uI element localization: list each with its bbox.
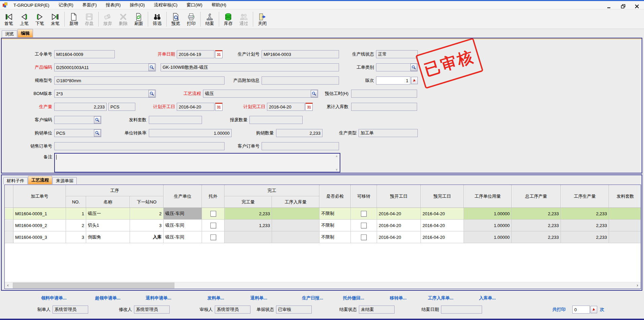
outsourced-checkbox[interactable] <box>210 211 216 217</box>
outsourced-checkbox[interactable] <box>210 234 216 240</box>
product-name-input[interactable] <box>161 63 339 71</box>
toolbar-button-新增[interactable]: 新增 <box>66 10 81 28</box>
revision-spinner-icon[interactable] <box>411 77 418 84</box>
scrap-qty-input[interactable] <box>249 116 303 124</box>
customer-order-no-input[interactable] <box>262 142 339 150</box>
product-code-input[interactable] <box>54 63 156 71</box>
prod-type-input[interactable] <box>359 129 418 137</box>
spec-model-input[interactable] <box>54 76 225 85</box>
footer-link-超领申请单[interactable]: 超领申请单... <box>95 295 121 301</box>
cell-可移转[interactable] <box>351 208 377 220</box>
row-selector[interactable] <box>5 208 13 220</box>
cell-完工量[interactable]: 2,233 <box>225 208 272 220</box>
cell-预开工日[interactable]: 2016-04-20 <box>377 231 421 243</box>
row-selector[interactable] <box>5 220 13 231</box>
cell-预完工日[interactable]: 2016-04-20 <box>421 208 464 220</box>
cell-下一站NO[interactable]: 2 <box>130 208 164 220</box>
minimize-icon[interactable] <box>607 4 612 9</box>
cell-名称[interactable]: 锻压一 <box>86 208 130 220</box>
scrollbar-thumb[interactable] <box>13 283 174 288</box>
row-selector[interactable] <box>5 231 13 243</box>
toolbar-button-筛选[interactable]: 筛选 <box>149 10 165 28</box>
bom-version-input[interactable] <box>54 90 156 98</box>
cell-加工单号[interactable]: M01604-0009_2 <box>13 220 66 231</box>
cell-NO.[interactable]: 3 <box>66 231 86 243</box>
cell-NO.[interactable]: 2 <box>66 220 86 231</box>
horizontal-scrollbar[interactable]: ‹ › <box>5 282 641 289</box>
unit-rate-input[interactable] <box>149 129 232 137</box>
print-count-spinner-icon[interactable] <box>590 306 597 313</box>
footer-link-入库单[interactable]: 入库单... <box>479 295 496 301</box>
cell-工序生产量[interactable]: 2,233 <box>561 220 609 231</box>
toolbar-button-预览[interactable]: 预览 <box>168 10 183 28</box>
detail-tab-来源单据[interactable]: 来源单据 <box>53 177 77 184</box>
outsourced-checkbox[interactable] <box>210 223 216 228</box>
product-code-lookup-icon[interactable] <box>148 64 155 71</box>
revision-input[interactable] <box>376 76 410 85</box>
transferable-checkbox[interactable] <box>361 223 367 228</box>
menu-item[interactable]: 记录(R) <box>59 2 73 8</box>
cell-是否必检[interactable]: 不限制 <box>319 231 351 243</box>
cell-工序入库量[interactable] <box>272 208 319 220</box>
cell-总工序产量[interactable]: 2,233 <box>512 231 561 243</box>
cell-预完工日[interactable]: 2016-04-20 <box>421 231 464 243</box>
cell-是否必检[interactable]: 不限制 <box>319 208 351 220</box>
cell-发料套数[interactable] <box>609 208 641 220</box>
menu-item[interactable]: 报表(R) <box>106 2 121 8</box>
cell-名称[interactable]: 倒圆角 <box>86 231 130 243</box>
menu-item[interactable]: 流程审核(C) <box>154 2 177 8</box>
plan-start-input[interactable] <box>177 103 214 111</box>
cell-工序入库量[interactable] <box>272 231 319 243</box>
cell-总工序产量[interactable]: 2,233 <box>512 220 561 231</box>
modifier-input[interactable] <box>134 306 170 314</box>
sales-order-no-input[interactable] <box>54 142 225 150</box>
cell-加工单号[interactable]: M01604-0009_3 <box>13 231 66 243</box>
toolbar-button-打印[interactable]: 打印 <box>183 10 199 28</box>
menu-item[interactable]: T-GROUP ERP(E) <box>13 3 49 8</box>
cell-可移转[interactable] <box>351 231 377 243</box>
process-flow-input[interactable] <box>203 90 318 98</box>
close-status-input[interactable] <box>359 306 395 314</box>
toolbar-button-末笔[interactable]: 末笔 <box>47 10 63 28</box>
footer-link-工序入库单[interactable]: 工序入库单... <box>428 295 453 301</box>
detail-tab-材料子件[interactable]: 材料子件 <box>3 177 28 184</box>
footer-link-生产日报[interactable]: 生产日报... <box>302 295 323 301</box>
cell-发料套数[interactable] <box>609 220 641 231</box>
menu-item[interactable]: 界面(F) <box>82 2 97 8</box>
scroll-right-icon[interactable]: › <box>634 282 641 289</box>
total-in-qty-input[interactable] <box>351 103 417 111</box>
close-date-input[interactable] <box>441 306 482 314</box>
remark-scroll-down-icon[interactable]: ▼ <box>335 168 339 171</box>
close-window-icon[interactable] <box>635 4 639 9</box>
footer-link-退料单[interactable]: 退料单... <box>250 295 267 301</box>
cell-工序生产量[interactable]: 2,233 <box>561 231 609 243</box>
toolbar-button-关闭[interactable]: 关闭 <box>255 10 270 28</box>
cell-工序单位用量[interactable]: 1.00000 <box>464 220 512 231</box>
cell-工序单位用量[interactable]: 1.00000 <box>464 208 512 220</box>
tab-浏览[interactable]: 浏览 <box>2 30 17 37</box>
cell-可移转[interactable] <box>351 220 377 231</box>
cell-生产单位[interactable]: 锻压-车间 <box>164 231 202 243</box>
footer-link-托外缴回[interactable]: 托外缴回... <box>343 295 364 301</box>
footer-link-移转单[interactable]: 移转单... <box>390 295 407 301</box>
line-status-input[interactable] <box>376 50 418 58</box>
restore-icon[interactable] <box>621 4 625 9</box>
menu-item[interactable]: 窗口(W) <box>187 2 202 8</box>
cell-总工序产量[interactable]: 2,233 <box>512 208 561 220</box>
cell-托外[interactable] <box>202 208 225 220</box>
cell-NO.[interactable]: 1 <box>66 208 86 220</box>
cell-托外[interactable] <box>202 231 225 243</box>
maker-input[interactable] <box>53 306 88 314</box>
issue-sets-input[interactable] <box>149 116 202 124</box>
cell-预开工日[interactable]: 2016-04-20 <box>377 208 421 220</box>
cell-完工量[interactable] <box>225 231 272 243</box>
cell-工序单位用量[interactable]: 1.00000 <box>464 231 512 243</box>
toolbar-button-上笔[interactable]: 上笔 <box>16 10 32 28</box>
cell-工序生产量[interactable]: 2,233 <box>561 208 609 220</box>
menu-item[interactable]: 帮助(H) <box>211 2 226 8</box>
cell-预开工日[interactable]: 2016-04-20 <box>377 220 421 231</box>
work-order-no-input[interactable] <box>54 50 115 58</box>
cell-工序入库量[interactable] <box>272 220 319 231</box>
cell-生产单位[interactable]: 锻压-车间 <box>164 208 202 220</box>
footer-link-领料申请单[interactable]: 领料申请单... <box>41 295 67 301</box>
